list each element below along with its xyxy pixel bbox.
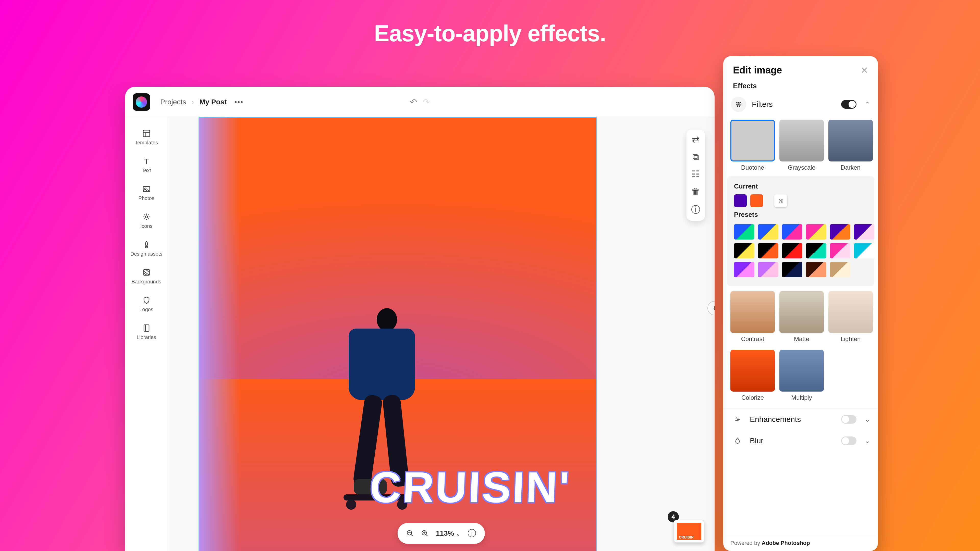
chevron-down-icon[interactable]: ⌄	[865, 416, 870, 424]
sidebar-item-backgrounds[interactable]: Backgrounds	[125, 262, 168, 290]
crumb-current[interactable]: My Post	[199, 98, 227, 106]
close-icon[interactable]: ✕	[861, 65, 868, 76]
duotone-settings: Current ⤭ Presets	[727, 176, 874, 286]
sidebar-item-text[interactable]: Text	[125, 151, 168, 179]
adjust-thumbs-row2: Colorize Multiply	[723, 346, 878, 405]
preset-swatch[interactable]	[830, 243, 850, 259]
preset-swatch[interactable]	[782, 224, 802, 240]
thumb-label: Contrast	[741, 335, 764, 343]
sidebar-item-design-assets[interactable]: Design assets	[125, 235, 168, 262]
chevron-up-icon[interactable]: ⌃	[865, 100, 870, 108]
delete-icon[interactable]: 🗑	[690, 186, 702, 197]
preset-swatch[interactable]	[782, 262, 802, 277]
panel-title: Edit image	[733, 65, 782, 76]
preset-swatch[interactable]	[830, 262, 850, 277]
enhancements-icon	[731, 413, 744, 426]
presets-label: Presets	[730, 208, 871, 222]
filter-darken[interactable]: Darken	[829, 120, 873, 171]
preset-swatch[interactable]	[734, 262, 754, 277]
page-thumbnail[interactable]: CRUISIN'	[674, 520, 704, 543]
floating-toolbar: ⇄ ⧉ ☷ 🗑 ⓘ	[687, 130, 705, 221]
preset-swatch[interactable]	[854, 243, 874, 259]
preset-swatch[interactable]	[806, 224, 826, 240]
sidebar-item-logos[interactable]: Logos	[125, 290, 168, 318]
filters-row[interactable]: Filters ⌃	[723, 93, 878, 116]
filters-icon	[731, 97, 746, 112]
zoom-in-button[interactable]	[421, 530, 429, 537]
preset-swatch[interactable]	[758, 262, 778, 277]
preset-swatch[interactable]	[830, 224, 850, 240]
zoom-controls: 113% ⌄ ⓘ	[398, 523, 485, 544]
thumb-label: Matte	[794, 335, 809, 343]
blur-icon	[731, 434, 744, 448]
adjust-matte[interactable]: Matte	[780, 291, 824, 343]
icons-icon	[142, 213, 151, 221]
sidebar-item-icons[interactable]: Icons	[125, 207, 168, 235]
photos-icon	[142, 185, 151, 193]
preset-swatch[interactable]	[806, 243, 826, 259]
effects-section-label: Effects	[723, 78, 878, 93]
preset-swatch[interactable]	[806, 262, 826, 277]
svg-rect-6	[144, 325, 149, 331]
undo-button[interactable]: ↶	[410, 97, 417, 107]
thumb-label: Colorize	[741, 394, 764, 401]
zoom-value[interactable]: 113% ⌄	[436, 529, 460, 537]
preset-swatch[interactable]	[734, 224, 754, 240]
order-icon[interactable]: ☷	[690, 169, 702, 179]
sidebar-label: Design assets	[130, 251, 162, 257]
shuffle-button[interactable]: ⤭	[774, 194, 787, 207]
design-canvas[interactable]: CRUISIN'	[199, 118, 597, 551]
enhancements-toggle[interactable]	[841, 415, 856, 424]
enhancements-row[interactable]: Enhancements ⌄	[723, 408, 878, 430]
sidebar-item-templates[interactable]: Templates	[125, 124, 168, 151]
preset-swatch[interactable]	[758, 243, 778, 259]
blur-toggle[interactable]	[841, 437, 856, 445]
crumb-projects[interactable]: Projects	[160, 98, 186, 106]
templates-icon	[142, 129, 151, 138]
filters-label: Filters	[752, 100, 835, 109]
canvas-area[interactable]: CRUISIN' + ⇄ ⧉ ☷ 🗑 ⓘ 113% ⌄ ⓘ 4	[168, 118, 714, 551]
design-assets-icon	[142, 240, 151, 249]
redo-button[interactable]: ↷	[423, 97, 430, 107]
topbar: Projects › My Post ••• ↶ ↷	[125, 87, 714, 118]
thumb-label: Darken	[841, 164, 860, 171]
thumb-label: Duotone	[741, 164, 764, 171]
sidebar-item-libraries[interactable]: Libraries	[125, 318, 168, 346]
thumb-label: Lighten	[841, 335, 861, 343]
zoom-out-button[interactable]	[406, 530, 414, 537]
preset-swatch[interactable]	[854, 224, 874, 240]
sidebar-label: Templates	[135, 140, 158, 146]
preset-swatch[interactable]	[782, 243, 802, 259]
app-logo[interactable]	[133, 94, 150, 111]
preset-grid	[730, 222, 871, 280]
add-element-handle[interactable]: +	[708, 301, 714, 315]
swap-icon[interactable]: ⇄	[690, 134, 702, 145]
svg-rect-0	[143, 130, 150, 137]
current-color-1[interactable]	[734, 194, 747, 207]
canvas-text[interactable]: CRUISIN'	[369, 462, 571, 512]
info-icon[interactable]: ⓘ	[690, 203, 702, 216]
adjust-contrast[interactable]: Contrast	[730, 291, 775, 343]
adjust-lighten[interactable]: Lighten	[829, 291, 873, 343]
blur-row[interactable]: Blur ⌄	[723, 430, 878, 451]
sidebar-label: Icons	[140, 223, 153, 229]
more-menu-icon[interactable]: •••	[234, 98, 243, 106]
svg-point-3	[145, 216, 148, 218]
preset-swatch[interactable]	[734, 243, 754, 259]
logos-icon	[142, 296, 151, 305]
chevron-down-icon: ⌄	[456, 531, 460, 537]
chevron-right-icon: ›	[192, 98, 194, 106]
libraries-icon	[142, 324, 151, 332]
filter-duotone[interactable]: Duotone	[730, 120, 775, 171]
fit-view-button[interactable]: ⓘ	[468, 527, 476, 539]
sidebar-item-photos[interactable]: Photos	[125, 179, 168, 207]
chevron-down-icon[interactable]: ⌄	[865, 437, 870, 445]
adjust-colorize[interactable]: Colorize	[730, 350, 775, 401]
headline: Easy-to-apply effects.	[0, 0, 980, 47]
preset-swatch[interactable]	[758, 224, 778, 240]
duplicate-icon[interactable]: ⧉	[690, 151, 702, 162]
adjust-multiply[interactable]: Multiply	[780, 350, 824, 401]
filter-grayscale[interactable]: Grayscale	[780, 120, 824, 171]
current-color-2[interactable]	[750, 194, 763, 207]
filters-toggle[interactable]	[841, 100, 856, 109]
